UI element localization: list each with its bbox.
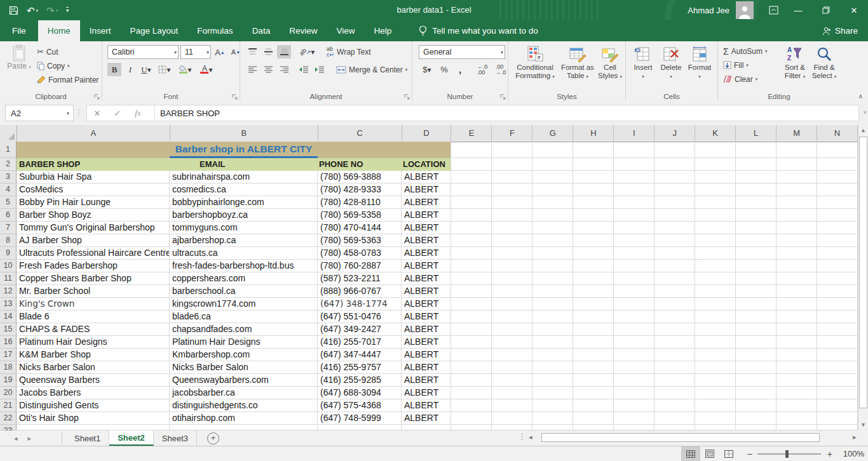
cell-i8[interactable] [614, 234, 654, 247]
cell-b17[interactable]: Kmbarbershop.com [170, 349, 318, 361]
cell-f8[interactable] [492, 234, 532, 247]
cell-d4[interactable]: ALBERT [402, 184, 451, 196]
decrease-indent-button[interactable] [297, 63, 311, 76]
signed-in-user[interactable]: Ahmad Jee [688, 6, 729, 15]
cell-e21[interactable] [451, 399, 492, 412]
cell-h4[interactable] [573, 184, 614, 196]
cell-b1[interactable]: Barber shop in ALBERT CITY [170, 142, 318, 158]
cell-m15[interactable] [776, 323, 817, 336]
cell-l17[interactable] [736, 349, 776, 361]
cell-b22[interactable]: otihairshop.com [170, 412, 318, 425]
cell-empty[interactable] [736, 142, 776, 158]
cell-c11[interactable]: (587) 523-2211 [318, 272, 402, 285]
cell-i4[interactable] [614, 184, 654, 196]
cell-g21[interactable] [532, 399, 573, 412]
cell-i3[interactable] [614, 171, 654, 184]
sheet-next-icon[interactable]: ▸ [28, 434, 32, 443]
cell-f19[interactable] [492, 374, 532, 387]
cell-i20[interactable] [614, 387, 654, 399]
cell-e12[interactable] [451, 285, 492, 298]
title-merged-cell[interactable]: Barber shop in ALBERT CITY [17, 142, 451, 158]
cell-f3[interactable] [492, 171, 532, 184]
scroll-down-icon[interactable]: ▼ [858, 420, 868, 431]
formula-bar-grip-icon[interactable]: ⋮ [75, 108, 83, 117]
row-header-6[interactable]: 6 [0, 209, 17, 222]
cell-c19[interactable]: (416) 255-9285 [318, 374, 402, 387]
cell-l8[interactable] [736, 234, 776, 247]
row-header-15[interactable]: 15 [0, 323, 17, 336]
cell-b5[interactable]: bobbypinhairlonge.com [170, 196, 318, 209]
cell-c20[interactable]: (647) 688-3094 [318, 387, 402, 399]
cell-m13[interactable] [776, 298, 817, 311]
cell-l13[interactable] [736, 298, 776, 311]
cell-b14[interactable]: blade6.ca [170, 311, 318, 323]
cell-empty[interactable] [573, 425, 614, 431]
cell-a20[interactable]: Jacobs Barbers [17, 387, 170, 399]
zoom-slider[interactable] [757, 453, 821, 455]
cell-f9[interactable] [492, 247, 532, 260]
cell-empty[interactable] [532, 158, 573, 171]
column-header-m[interactable]: M [776, 125, 817, 142]
cell-n5[interactable] [817, 196, 858, 209]
cell-m22[interactable] [776, 412, 817, 425]
cell-k14[interactable] [695, 311, 736, 323]
cell-n9[interactable] [817, 247, 858, 260]
cell-h13[interactable] [573, 298, 614, 311]
cell-k12[interactable] [695, 285, 736, 298]
cell-n16[interactable] [817, 336, 858, 349]
cell-h8[interactable] [573, 234, 614, 247]
sort-filter-button[interactable]: AZ Sort & Filter ▾ [780, 44, 810, 81]
cell-c6[interactable]: (780) 569-5358 [318, 209, 402, 222]
cell-e5[interactable] [451, 196, 492, 209]
row-header-23[interactable]: 23 [0, 425, 17, 431]
cell-a5[interactable]: Bobby Pin Hair Lounge [17, 196, 170, 209]
cell-f21[interactable] [492, 399, 532, 412]
cell-n8[interactable] [817, 234, 858, 247]
insert-cells-button[interactable]: Insert▾ [630, 44, 656, 81]
cell-h3[interactable] [573, 171, 614, 184]
cell-f6[interactable] [492, 209, 532, 222]
cell-l19[interactable] [736, 374, 776, 387]
cell-k3[interactable] [695, 171, 736, 184]
cell-j21[interactable] [654, 399, 695, 412]
cell-k20[interactable] [695, 387, 736, 399]
cell-j19[interactable] [654, 374, 695, 387]
cell-g3[interactable] [532, 171, 573, 184]
cell-a7[interactable]: Tommy Gun's Original Barbershop [17, 222, 170, 234]
row-header-16[interactable]: 16 [0, 336, 17, 349]
cell-j8[interactable] [654, 234, 695, 247]
number-format-select[interactable]: General▾ [419, 45, 505, 59]
cell-f18[interactable] [492, 361, 532, 374]
borders-button[interactable]: ▾ [155, 63, 174, 76]
cell-f14[interactable] [492, 311, 532, 323]
cell-d9[interactable]: ALBERT [402, 247, 451, 260]
cell-c14[interactable]: (647) 551-0476 [318, 311, 402, 323]
cell-k6[interactable] [695, 209, 736, 222]
cell-g11[interactable] [532, 272, 573, 285]
horizontal-scrollbar-thumb[interactable] [541, 433, 820, 442]
cell-m16[interactable] [776, 336, 817, 349]
cell-a11[interactable]: Copper Shears Barber Shop [17, 272, 170, 285]
tab-home[interactable]: Home [38, 20, 80, 41]
zoom-level[interactable]: 100% [839, 449, 864, 458]
cell-empty[interactable] [817, 158, 858, 171]
delete-cells-button[interactable]: Delete▾ [658, 44, 684, 81]
sheet-tab-sheet1[interactable]: Sheet1 [66, 431, 109, 446]
cell-a3[interactable]: Suburbia Hair Spa [17, 171, 170, 184]
cell-empty[interactable] [451, 425, 492, 431]
fill-color-button[interactable]: ▾ [176, 63, 195, 76]
tab-help[interactable]: Help [364, 20, 401, 41]
cell-empty[interactable] [817, 142, 858, 158]
cell-n10[interactable] [817, 260, 858, 272]
cell-j3[interactable] [654, 171, 695, 184]
cell-c15[interactable]: (647) 349-2427 [318, 323, 402, 336]
cell-b11[interactable]: coppershears.com [170, 272, 318, 285]
bottom-align-button[interactable] [277, 45, 291, 58]
cell-l14[interactable] [736, 311, 776, 323]
insert-function-icon[interactable]: fx [128, 108, 148, 118]
cell-k11[interactable] [695, 272, 736, 285]
vertical-scrollbar-thumb[interactable] [859, 137, 867, 408]
expand-formula-bar-icon[interactable]: ˅ [864, 109, 867, 116]
page-layout-view-button[interactable] [700, 446, 719, 461]
cell-empty[interactable] [695, 142, 736, 158]
